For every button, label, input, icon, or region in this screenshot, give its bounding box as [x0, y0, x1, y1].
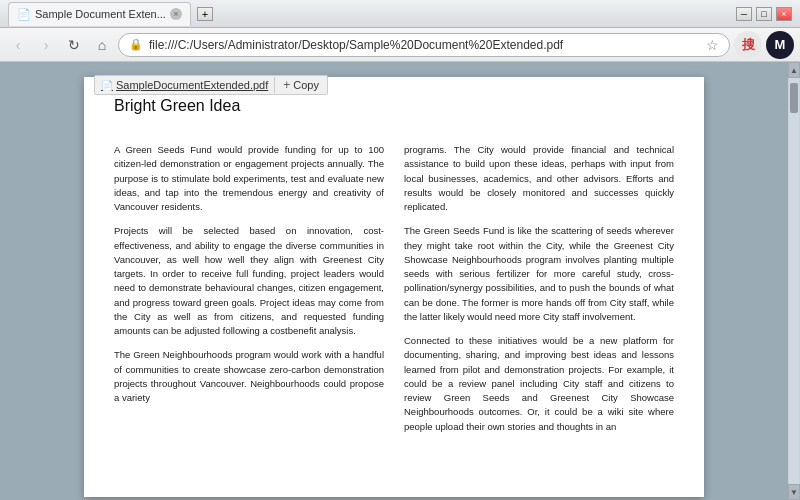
- scroll-up-button[interactable]: ▲: [788, 62, 800, 78]
- right-para-1: programs. The City would provide financi…: [404, 143, 674, 214]
- maximize-button[interactable]: □: [756, 7, 772, 21]
- filename-link[interactable]: 📄 SampleDocumentExtended.pdf: [95, 77, 275, 93]
- refresh-button[interactable]: ↻: [62, 33, 86, 57]
- browser-tab[interactable]: 📄 Sample Document Exten... ×: [8, 2, 191, 26]
- navigation-bar: ‹ › ↻ ⌂ 🔒 file:///C:/Users/Administrator…: [0, 28, 800, 62]
- new-tab-button[interactable]: +: [197, 7, 213, 21]
- scroll-thumb[interactable]: [790, 83, 798, 113]
- forward-button[interactable]: ›: [34, 33, 58, 57]
- scroll-down-button[interactable]: ▼: [788, 484, 800, 500]
- copy-button[interactable]: + Copy: [275, 76, 327, 94]
- tab-favicon: 📄: [17, 8, 31, 21]
- pdf-container: 📄 SampleDocumentExtended.pdf + Copy Brig…: [0, 62, 788, 500]
- url-text: file:///C:/Users/Administrator/Desktop/S…: [149, 38, 700, 52]
- window-controls: ─ □ ×: [736, 7, 792, 21]
- title-bar: 📄 Sample Document Exten... × + ─ □ ×: [0, 0, 800, 28]
- filename-bar: 📄 SampleDocumentExtended.pdf + Copy: [94, 75, 328, 95]
- doc-right-column: programs. The City would provide financi…: [404, 143, 674, 444]
- tab-close-button[interactable]: ×: [170, 8, 182, 20]
- lock-icon: 🔒: [129, 38, 143, 51]
- scroll-track[interactable]: [789, 78, 799, 484]
- back-button[interactable]: ‹: [6, 33, 30, 57]
- document-content: A Green Seeds Fund would provide funding…: [114, 143, 674, 444]
- sogou-button[interactable]: 搜: [734, 31, 762, 59]
- copy-label: Copy: [293, 79, 319, 91]
- scrollbar: ▲ ▼: [788, 62, 800, 500]
- minimize-button[interactable]: ─: [736, 7, 752, 21]
- filename-text: SampleDocumentExtended.pdf: [116, 79, 268, 91]
- close-button[interactable]: ×: [776, 7, 792, 21]
- pdf-icon: 📄: [101, 80, 113, 91]
- m-button[interactable]: M: [766, 31, 794, 59]
- document-title: Bright Green Idea: [114, 97, 674, 115]
- title-bar-left: 📄 Sample Document Exten... × +: [8, 2, 213, 26]
- tab-label: Sample Document Exten...: [35, 8, 166, 20]
- address-bar[interactable]: 🔒 file:///C:/Users/Administrator/Desktop…: [118, 33, 730, 57]
- main-content: 📄 SampleDocumentExtended.pdf + Copy Brig…: [0, 62, 800, 500]
- left-para-2: Projects will be selected based on innov…: [114, 224, 384, 338]
- browser-extensions: 搜 M: [734, 31, 794, 59]
- pdf-page: 📄 SampleDocumentExtended.pdf + Copy Brig…: [84, 77, 704, 497]
- left-para-1: A Green Seeds Fund would provide funding…: [114, 143, 384, 214]
- right-para-2: The Green Seeds Fund is like the scatter…: [404, 224, 674, 324]
- home-button[interactable]: ⌂: [90, 33, 114, 57]
- doc-left-column: A Green Seeds Fund would provide funding…: [114, 143, 384, 444]
- copy-plus-icon: +: [283, 78, 290, 92]
- bookmark-icon[interactable]: ☆: [706, 37, 719, 53]
- right-para-3: Connected to these initiatives would be …: [404, 334, 674, 434]
- left-para-3: The Green Neighbourhoods program would w…: [114, 348, 384, 405]
